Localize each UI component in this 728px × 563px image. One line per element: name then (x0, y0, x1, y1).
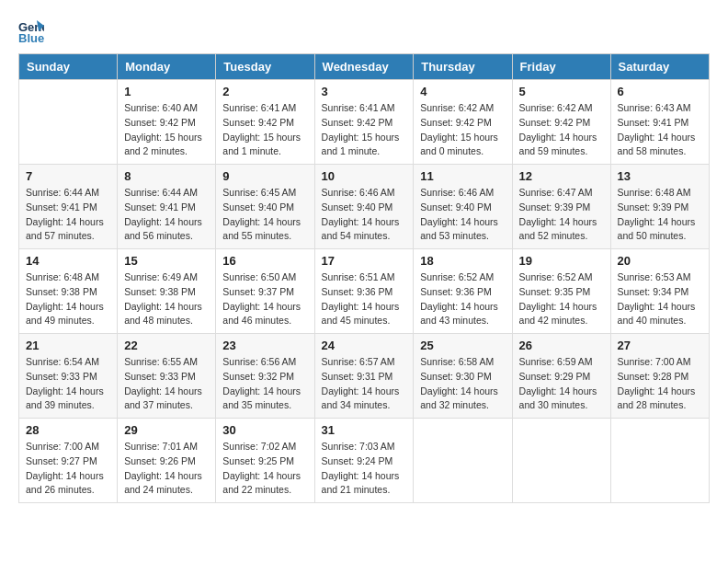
day-number: 6 (618, 85, 702, 98)
day-info: Sunrise: 6:51 AMSunset: 9:36 PMDaylight:… (322, 270, 407, 328)
day-number: 18 (420, 254, 505, 268)
day-number: 21 (26, 339, 110, 352)
day-info: Sunrise: 6:44 AMSunset: 9:41 PMDaylight:… (26, 186, 110, 244)
logo: General Blue (18, 18, 48, 44)
calendar-cell: 24Sunrise: 6:57 AMSunset: 9:31 PMDayligh… (314, 334, 414, 419)
calendar-cell: 20Sunrise: 6:53 AMSunset: 9:34 PMDayligh… (610, 249, 709, 334)
calendar-week-row: 1Sunrise: 6:40 AMSunset: 9:42 PMDaylight… (19, 80, 710, 165)
day-info: Sunrise: 6:54 AMSunset: 9:33 PMDaylight:… (26, 355, 110, 413)
day-info: Sunrise: 6:56 AMSunset: 9:32 PMDaylight:… (222, 355, 307, 413)
calendar-cell (414, 419, 512, 503)
day-info: Sunrise: 6:42 AMSunset: 9:42 PMDaylight:… (420, 101, 505, 159)
calendar-cell: 22Sunrise: 6:55 AMSunset: 9:33 PMDayligh… (118, 334, 216, 419)
calendar-cell: 2Sunrise: 6:41 AMSunset: 9:42 PMDaylight… (216, 80, 314, 165)
day-number: 14 (26, 254, 110, 268)
weekday-header: Friday (512, 54, 610, 80)
calendar-cell: 25Sunrise: 6:58 AMSunset: 9:30 PMDayligh… (414, 334, 512, 419)
day-number: 30 (222, 423, 307, 437)
day-number: 29 (124, 423, 209, 437)
calendar-cell: 31Sunrise: 7:03 AMSunset: 9:24 PMDayligh… (314, 419, 414, 503)
calendar-cell: 12Sunrise: 6:47 AMSunset: 9:39 PMDayligh… (512, 165, 610, 249)
day-info: Sunrise: 6:49 AMSunset: 9:38 PMDaylight:… (124, 270, 209, 328)
calendar-cell: 21Sunrise: 6:54 AMSunset: 9:33 PMDayligh… (19, 334, 118, 419)
day-info: Sunrise: 6:46 AMSunset: 9:40 PMDaylight:… (322, 186, 407, 244)
page-header: General Blue (18, 18, 710, 44)
day-number: 12 (519, 169, 604, 183)
day-info: Sunrise: 6:48 AMSunset: 9:39 PMDaylight:… (618, 186, 702, 244)
calendar-cell: 18Sunrise: 6:52 AMSunset: 9:36 PMDayligh… (414, 249, 512, 334)
day-number: 16 (222, 254, 307, 268)
calendar-cell: 17Sunrise: 6:51 AMSunset: 9:36 PMDayligh… (314, 249, 414, 334)
calendar-cell: 8Sunrise: 6:44 AMSunset: 9:41 PMDaylight… (118, 165, 216, 249)
day-number: 5 (519, 85, 604, 98)
calendar-cell: 19Sunrise: 6:52 AMSunset: 9:35 PMDayligh… (512, 249, 610, 334)
calendar-cell (512, 419, 610, 503)
day-number: 3 (322, 85, 407, 98)
day-info: Sunrise: 6:43 AMSunset: 9:41 PMDaylight:… (618, 101, 702, 159)
day-info: Sunrise: 6:45 AMSunset: 9:40 PMDaylight:… (222, 186, 307, 244)
weekday-header: Monday (118, 54, 216, 80)
calendar-table: SundayMondayTuesdayWednesdayThursdayFrid… (18, 53, 710, 503)
calendar-cell (610, 419, 709, 503)
day-number: 8 (124, 169, 209, 183)
weekday-header: Tuesday (216, 54, 314, 80)
day-info: Sunrise: 6:42 AMSunset: 9:42 PMDaylight:… (519, 101, 604, 159)
calendar-cell: 16Sunrise: 6:50 AMSunset: 9:37 PMDayligh… (216, 249, 314, 334)
calendar-cell: 10Sunrise: 6:46 AMSunset: 9:40 PMDayligh… (314, 165, 414, 249)
calendar-cell: 9Sunrise: 6:45 AMSunset: 9:40 PMDaylight… (216, 165, 314, 249)
day-info: Sunrise: 7:03 AMSunset: 9:24 PMDaylight:… (322, 440, 407, 498)
day-number: 19 (519, 254, 604, 268)
day-number: 20 (618, 254, 702, 268)
day-number: 25 (420, 339, 505, 352)
calendar-cell: 5Sunrise: 6:42 AMSunset: 9:42 PMDaylight… (512, 80, 610, 165)
calendar-cell: 27Sunrise: 7:00 AMSunset: 9:28 PMDayligh… (610, 334, 709, 419)
day-info: Sunrise: 7:02 AMSunset: 9:25 PMDaylight:… (222, 440, 307, 498)
day-info: Sunrise: 6:53 AMSunset: 9:34 PMDaylight:… (618, 270, 702, 328)
weekday-header: Saturday (610, 54, 709, 80)
calendar-cell: 11Sunrise: 6:46 AMSunset: 9:40 PMDayligh… (414, 165, 512, 249)
day-number: 2 (222, 85, 307, 98)
day-info: Sunrise: 6:44 AMSunset: 9:41 PMDaylight:… (124, 186, 209, 244)
weekday-header: Sunday (19, 54, 118, 80)
day-number: 10 (322, 169, 407, 183)
calendar-cell: 4Sunrise: 6:42 AMSunset: 9:42 PMDaylight… (414, 80, 512, 165)
day-number: 28 (26, 423, 110, 437)
day-info: Sunrise: 7:00 AMSunset: 9:27 PMDaylight:… (26, 440, 110, 498)
calendar-cell: 13Sunrise: 6:48 AMSunset: 9:39 PMDayligh… (610, 165, 709, 249)
calendar-cell: 30Sunrise: 7:02 AMSunset: 9:25 PMDayligh… (216, 419, 314, 503)
calendar-week-row: 14Sunrise: 6:48 AMSunset: 9:38 PMDayligh… (19, 249, 710, 334)
calendar-week-row: 21Sunrise: 6:54 AMSunset: 9:33 PMDayligh… (19, 334, 710, 419)
day-number: 7 (26, 169, 110, 183)
day-info: Sunrise: 6:41 AMSunset: 9:42 PMDaylight:… (222, 101, 307, 159)
day-info: Sunrise: 6:55 AMSunset: 9:33 PMDaylight:… (124, 355, 209, 413)
calendar-cell: 28Sunrise: 7:00 AMSunset: 9:27 PMDayligh… (19, 419, 118, 503)
calendar-cell (19, 80, 118, 165)
day-number: 27 (618, 339, 702, 352)
calendar-cell: 26Sunrise: 6:59 AMSunset: 9:29 PMDayligh… (512, 334, 610, 419)
day-info: Sunrise: 7:00 AMSunset: 9:28 PMDaylight:… (618, 355, 702, 413)
day-info: Sunrise: 6:40 AMSunset: 9:42 PMDaylight:… (124, 101, 209, 159)
day-number: 15 (124, 254, 209, 268)
day-number: 4 (420, 85, 505, 98)
day-number: 24 (322, 339, 407, 352)
day-number: 11 (420, 169, 505, 183)
calendar-cell: 14Sunrise: 6:48 AMSunset: 9:38 PMDayligh… (19, 249, 118, 334)
calendar-week-row: 7Sunrise: 6:44 AMSunset: 9:41 PMDaylight… (19, 165, 710, 249)
calendar-cell: 15Sunrise: 6:49 AMSunset: 9:38 PMDayligh… (118, 249, 216, 334)
day-info: Sunrise: 6:58 AMSunset: 9:30 PMDaylight:… (420, 355, 505, 413)
day-number: 23 (222, 339, 307, 352)
weekday-header: Wednesday (314, 54, 414, 80)
day-number: 26 (519, 339, 604, 352)
day-number: 9 (222, 169, 307, 183)
svg-text:Blue: Blue (18, 31, 44, 44)
day-info: Sunrise: 6:41 AMSunset: 9:42 PMDaylight:… (322, 101, 407, 159)
weekday-header: Thursday (414, 54, 512, 80)
day-info: Sunrise: 6:52 AMSunset: 9:36 PMDaylight:… (420, 270, 505, 328)
calendar-cell: 3Sunrise: 6:41 AMSunset: 9:42 PMDaylight… (314, 80, 414, 165)
day-info: Sunrise: 6:50 AMSunset: 9:37 PMDaylight:… (222, 270, 307, 328)
calendar-header: SundayMondayTuesdayWednesdayThursdayFrid… (19, 54, 710, 80)
day-number: 13 (618, 169, 702, 183)
calendar-week-row: 28Sunrise: 7:00 AMSunset: 9:27 PMDayligh… (19, 419, 710, 503)
day-info: Sunrise: 6:48 AMSunset: 9:38 PMDaylight:… (26, 270, 110, 328)
logo-icon: General Blue (18, 18, 44, 44)
